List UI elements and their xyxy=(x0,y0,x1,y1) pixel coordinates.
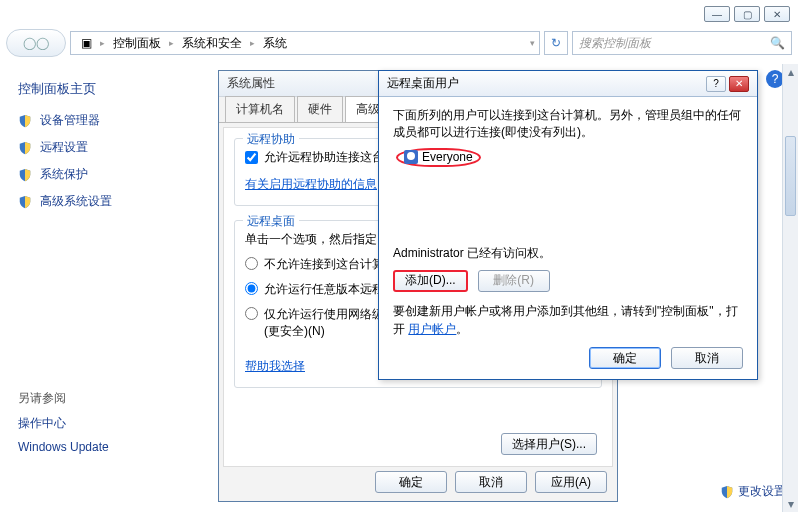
window-controls: — ▢ ✕ xyxy=(704,6,790,22)
remove-button: 删除(R) xyxy=(478,270,550,292)
group-title: 远程协助 xyxy=(243,131,299,148)
remote-desktop-users-dialog: 远程桌面用户 ? ✕ 下面所列的用户可以连接到这台计算机。另外，管理员组中的任何… xyxy=(378,70,758,380)
add-button[interactable]: 添加(D)... xyxy=(393,270,468,292)
tab-hardware[interactable]: 硬件 xyxy=(297,96,343,122)
shield-icon xyxy=(18,114,32,128)
rdp-title-text: 远程桌面用户 xyxy=(387,75,459,92)
admin-access-note: Administrator 已经有访问权。 xyxy=(393,245,743,262)
cancel-button[interactable]: 取消 xyxy=(455,471,527,493)
see-also-windows-update[interactable]: Windows Update xyxy=(18,440,192,454)
radio-input[interactable] xyxy=(245,307,258,320)
search-input[interactable]: 搜索控制面板 🔍 xyxy=(572,31,792,55)
ok-button[interactable]: 确定 xyxy=(589,347,661,369)
search-icon: 🔍 xyxy=(770,36,785,50)
sidebar-item-label: 设备管理器 xyxy=(40,112,100,129)
maximize-button[interactable]: ▢ xyxy=(734,6,760,22)
close-titlebar-button[interactable]: ✕ xyxy=(729,76,749,92)
scroll-thumb[interactable] xyxy=(785,136,796,216)
dropdown-icon[interactable]: ▾ xyxy=(530,38,535,48)
user-list-item[interactable]: Everyone xyxy=(396,148,740,167)
hint-post: 。 xyxy=(456,322,468,336)
vertical-scrollbar[interactable]: ▴ ▾ xyxy=(782,64,798,512)
props-footer: 确定 取消 应用(A) xyxy=(375,471,607,493)
group-title: 远程桌面 xyxy=(243,213,299,230)
change-settings-link[interactable]: 更改设置 xyxy=(720,483,786,500)
cancel-button[interactable]: 取消 xyxy=(671,347,743,369)
sidebar-item-label: 高级系统设置 xyxy=(40,193,112,210)
breadcrumb-seg[interactable]: 系统和安全 xyxy=(176,35,248,52)
sidebar: 控制面板主页 设备管理器 远程设置 系统保护 高级系统设置 另请参阅 操作中心 … xyxy=(0,64,210,512)
checkbox-label: 允许远程协助连接这台 xyxy=(264,149,384,166)
remote-assistance-info-link[interactable]: 有关启用远程协助的信息 xyxy=(245,176,377,193)
rdp-description: 下面所列的用户可以连接到这台计算机。另外，管理员组中的任何成员都可以进行连接(即… xyxy=(393,107,743,141)
breadcrumb-root-icon: ▣ xyxy=(75,36,98,50)
user-name: Everyone xyxy=(422,150,473,164)
sidebar-item-remote-settings[interactable]: 远程设置 xyxy=(18,139,192,156)
shield-icon xyxy=(18,141,32,155)
chevron-right-icon: ▸ xyxy=(169,38,174,48)
radio-input[interactable] xyxy=(245,282,258,295)
ok-button[interactable]: 确定 xyxy=(375,471,447,493)
search-placeholder: 搜索控制面板 xyxy=(579,35,651,52)
chevron-right-icon: ▸ xyxy=(250,38,255,48)
help-titlebar-button[interactable]: ? xyxy=(706,76,726,92)
rdp-titlebar: 远程桌面用户 ? ✕ xyxy=(379,71,757,97)
checkbox-input[interactable] xyxy=(245,151,258,164)
see-also-action-center[interactable]: 操作中心 xyxy=(18,415,192,432)
sidebar-title: 控制面板主页 xyxy=(18,80,192,98)
user-accounts-link[interactable]: 用户帐户 xyxy=(408,322,456,336)
radio-input[interactable] xyxy=(245,257,258,270)
radio-label: 不允许连接到这台计算 xyxy=(264,256,384,273)
hint-text: 要创建新用户帐户或将用户添加到其他组，请转到"控制面板"，打开 用户帐户。 xyxy=(393,302,743,338)
breadcrumb[interactable]: ▣ ▸ 控制面板 ▸ 系统和安全 ▸ 系统 ▾ xyxy=(70,31,540,55)
help-me-choose-link[interactable]: 帮助我选择 xyxy=(245,358,305,375)
annotation-circle: Everyone xyxy=(396,148,481,167)
sidebar-item-label: 系统保护 xyxy=(40,166,88,183)
apply-button[interactable]: 应用(A) xyxy=(535,471,607,493)
sidebar-item-device-manager[interactable]: 设备管理器 xyxy=(18,112,192,129)
minimize-button[interactable]: — xyxy=(704,6,730,22)
rdp-footer: 确定 取消 xyxy=(589,347,743,369)
breadcrumb-seg[interactable]: 控制面板 xyxy=(107,35,167,52)
shield-icon xyxy=(18,168,32,182)
address-bar: ◯◯ ▣ ▸ 控制面板 ▸ 系统和安全 ▸ 系统 ▾ ↻ 搜索控制面板 🔍 xyxy=(6,28,792,58)
rdp-body: 下面所列的用户可以连接到这台计算机。另外，管理员组中的任何成员都可以进行连接(即… xyxy=(379,97,757,348)
refresh-button[interactable]: ↻ xyxy=(544,31,568,55)
add-remove-row: 添加(D)... 删除(R) xyxy=(393,270,743,292)
user-icon xyxy=(404,150,418,164)
shield-icon xyxy=(18,195,32,209)
see-also-heading: 另请参阅 xyxy=(18,390,192,407)
user-list[interactable]: Everyone xyxy=(393,145,743,235)
sidebar-item-advanced-settings[interactable]: 高级系统设置 xyxy=(18,193,192,210)
sidebar-item-label: 远程设置 xyxy=(40,139,88,156)
shield-icon xyxy=(720,485,734,499)
tab-computer-name[interactable]: 计算机名 xyxy=(225,96,295,122)
scroll-down-icon[interactable]: ▾ xyxy=(783,496,798,512)
breadcrumb-seg[interactable]: 系统 xyxy=(257,35,293,52)
nav-back-forward[interactable]: ◯◯ xyxy=(6,29,66,57)
radio-label: 允许运行任意版本远程 xyxy=(264,281,384,298)
change-settings-label: 更改设置 xyxy=(738,483,786,500)
close-button[interactable]: ✕ xyxy=(764,6,790,22)
sidebar-item-system-protection[interactable]: 系统保护 xyxy=(18,166,192,183)
scroll-up-icon[interactable]: ▴ xyxy=(783,64,798,80)
select-users-button[interactable]: 选择用户(S)... xyxy=(501,433,597,455)
chevron-right-icon: ▸ xyxy=(100,38,105,48)
